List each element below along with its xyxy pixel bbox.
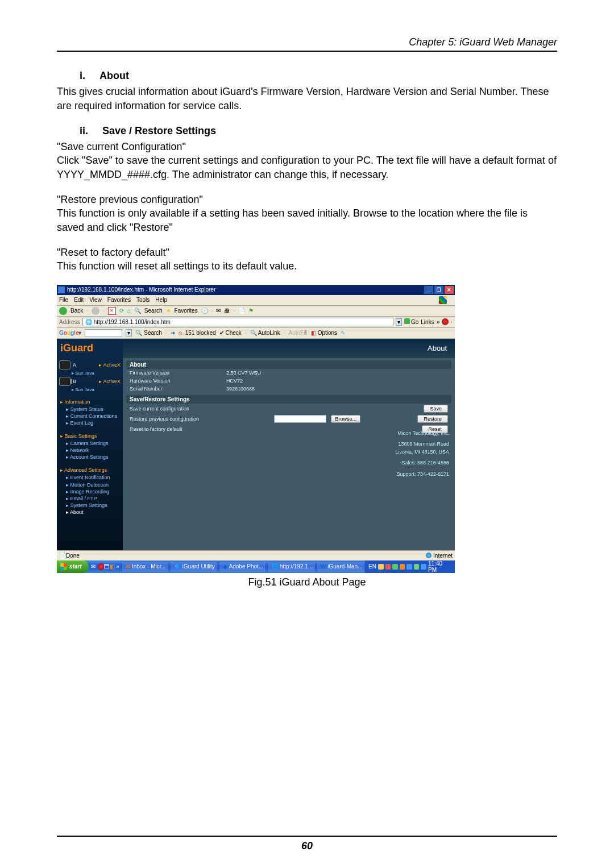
sidebar-item[interactable]: ▸ Image Recording xyxy=(60,488,121,495)
menu-file[interactable]: File xyxy=(59,297,68,303)
search-icon[interactable]: 🔍 xyxy=(134,308,141,314)
taskbar-item[interactable]: 🔷iGuard Utility xyxy=(170,561,218,572)
taskbar-item[interactable]: ✉Inbox - Micr... xyxy=(122,561,169,572)
links-chevron[interactable]: » xyxy=(437,319,440,325)
google-autolink[interactable]: 🔍 AutoLink xyxy=(250,330,280,336)
save-label: Save current configuration xyxy=(130,406,221,412)
browse-button[interactable]: Browse... xyxy=(331,415,360,423)
menu-edit[interactable]: Edit xyxy=(74,297,84,303)
search-button[interactable]: Search xyxy=(144,308,163,314)
sidebar-item[interactable]: ▸ Event Log xyxy=(60,420,121,426)
windows-flag-icon xyxy=(439,296,447,304)
google-autofill[interactable]: AutoFill xyxy=(289,330,308,336)
menu-tools[interactable]: Tools xyxy=(136,297,150,303)
google-popup-icon[interactable]: ⦸ xyxy=(179,330,182,337)
back-button[interactable]: Back xyxy=(70,308,83,314)
google-search-input[interactable] xyxy=(85,329,122,337)
favorites-button[interactable]: Favorites xyxy=(175,308,198,314)
firmware-label: Firmware Version xyxy=(130,370,221,376)
address-input[interactable]: 🌐 http://192.168.1.100/index.htm xyxy=(82,318,393,326)
sidebar-item[interactable]: ▸ Current Connections xyxy=(60,413,121,420)
quicklaunch-icon[interactable] xyxy=(98,563,105,570)
serial-value: 3928100688 xyxy=(226,386,448,392)
about-panel-title: About xyxy=(126,360,451,369)
google-check[interactable]: ✔ Check xyxy=(219,330,242,336)
close-button[interactable]: ✕ xyxy=(445,286,454,294)
sidebar-activex-b[interactable]: ▸ ActiveX xyxy=(99,379,121,384)
sidebar-activex-a[interactable]: ▸ ActiveX xyxy=(99,362,121,368)
google-news-icon[interactable]: ➜ xyxy=(171,330,175,336)
maximize-button[interactable]: ❐ xyxy=(434,286,443,294)
sidebar-item[interactable]: ▸ Event Notification xyxy=(60,474,121,481)
print-icon[interactable]: 🖶 xyxy=(224,308,230,314)
sidebar-item[interactable]: ▸ Email / FTP xyxy=(60,495,121,502)
menu-bar: File Edit View Favorites Tools Help xyxy=(57,295,455,306)
sidebar-information-header: ▸ Information xyxy=(60,399,121,405)
favorites-icon[interactable]: ★ xyxy=(166,308,171,314)
links-label[interactable]: Links xyxy=(421,319,434,325)
menu-help[interactable]: Help xyxy=(155,297,167,303)
start-button[interactable]: start xyxy=(57,560,89,573)
google-blocked[interactable]: 151 blocked xyxy=(185,330,216,336)
snagit-icon[interactable] xyxy=(442,318,449,325)
page-icon: 📄 xyxy=(59,553,66,559)
history-icon[interactable]: 🕘 xyxy=(201,308,208,314)
camera-b-icon[interactable] xyxy=(59,377,70,386)
tray-icon[interactable] xyxy=(378,564,384,570)
address-dropdown-icon[interactable]: ▾ xyxy=(396,318,402,326)
mail-icon[interactable]: ✉ xyxy=(216,308,221,314)
page-footer: 60 xyxy=(0,836,614,852)
address-value: http://192.168.1.100/index.htm xyxy=(94,319,171,325)
language-indicator[interactable]: EN xyxy=(368,563,376,570)
tray-icon[interactable] xyxy=(414,564,420,570)
window-titlebar: http://192.168.1.100/index.htm - Microso… xyxy=(57,285,455,295)
sidebar-sunjava-a[interactable]: ▸ Sun Java xyxy=(59,371,121,376)
section-num: ii. xyxy=(80,125,88,136)
google-search-dropdown[interactable]: ▾ xyxy=(126,329,132,337)
forward-icon[interactable] xyxy=(92,307,99,315)
messenger-icon[interactable]: ⚑ xyxy=(248,308,254,314)
refresh-icon[interactable]: ⟳ xyxy=(119,308,124,314)
tray-icon[interactable] xyxy=(400,564,405,570)
tray-icon[interactable] xyxy=(385,564,391,570)
sidebar-sunjava-b[interactable]: ▸ Sun Java xyxy=(59,387,121,392)
stop-icon[interactable]: ✕ xyxy=(108,307,116,315)
sidebar-item[interactable]: ▸ Motion Detection xyxy=(60,481,121,488)
google-logo[interactable]: Google▾ xyxy=(59,330,81,336)
sidebar-item[interactable]: ▸ System Status xyxy=(60,406,121,413)
quicklaunch-icon[interactable]: 🗔 xyxy=(104,563,110,570)
tray-icon[interactable] xyxy=(392,564,398,570)
menu-favorites[interactable]: Favorites xyxy=(107,297,131,303)
taskbar-item[interactable]: 🌐http://192.1... xyxy=(267,561,316,572)
google-toolbar: Google▾ ▾ 🔍 Search · ➜ ⦸ 151 blocked ✔ C… xyxy=(57,328,455,339)
tray-icon[interactable] xyxy=(406,564,412,570)
camera-a-icon[interactable] xyxy=(59,360,70,369)
sidebar-item-about[interactable]: ▸ About xyxy=(60,509,121,516)
section-save-heading: ii. Save / Restore Settings xyxy=(80,124,557,138)
restore-file-input[interactable] xyxy=(274,415,326,423)
tray-icon[interactable] xyxy=(421,564,426,570)
menu-view[interactable]: View xyxy=(89,297,102,303)
taskbar-item[interactable]: WiGuard-Man... xyxy=(317,561,365,572)
sidebar-item[interactable]: ▸ Network xyxy=(60,447,121,454)
sidebar-item[interactable]: ▸ System Settings xyxy=(60,502,121,509)
save-button[interactable]: Save xyxy=(424,405,448,413)
section-title: About xyxy=(99,70,129,81)
edit-icon[interactable]: 📄 xyxy=(238,308,245,314)
sidebar-item[interactable]: ▸ Account Settings xyxy=(60,454,121,460)
sidebar-item[interactable]: ▸ Camera Settings xyxy=(60,440,121,447)
header-rule xyxy=(57,51,557,52)
google-highlight-icon[interactable]: ✎ xyxy=(341,330,345,336)
sidebar-basic-header: ▸ Basic Settings xyxy=(60,433,121,439)
taskbar-item[interactable]: ◆Adobe Phot... xyxy=(219,561,266,572)
restore-button[interactable]: Restore xyxy=(417,415,448,423)
go-button[interactable]: Go xyxy=(404,318,418,325)
quicklaunch-icon[interactable]: ◧ xyxy=(110,563,115,570)
home-icon[interactable]: ⌂ xyxy=(127,308,131,314)
quicklaunch-icon[interactable]: ✉ xyxy=(91,563,96,570)
minimize-button[interactable]: _ xyxy=(424,286,433,294)
google-options[interactable]: ◧ Options xyxy=(311,330,337,336)
quicklaunch-chevron[interactable]: » xyxy=(116,563,119,570)
back-icon[interactable] xyxy=(59,307,67,315)
google-search-button[interactable]: 🔍 Search xyxy=(135,330,161,336)
